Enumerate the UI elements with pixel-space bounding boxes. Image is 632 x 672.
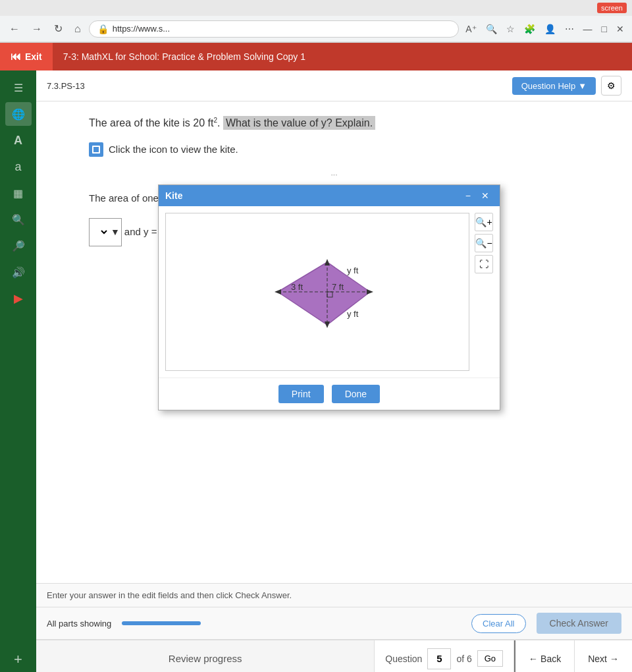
controls-bar: All parts showing Clear All Check Answer	[36, 607, 632, 640]
modal-footer: Print Done	[159, 378, 500, 410]
sidebar-text-upper-button[interactable]: A	[5, 128, 32, 152]
app-bar: ⏮ Exit 7-3: MathXL for School: Practice …	[0, 43, 632, 70]
screen-indicator: screen	[597, 3, 627, 13]
view-kite-row: Click the icon to view the kite.	[89, 142, 579, 157]
print-button[interactable]: Print	[278, 385, 324, 403]
back-label: Back	[540, 654, 561, 664]
label-y-bottom: y ft	[347, 309, 359, 319]
question-header: 7.3.PS-13 Question Help ▼ ⚙	[36, 70, 632, 101]
hint-bar: Enter your answer in the edit fields and…	[36, 584, 632, 607]
zoom-controls: 🔍+ 🔍− ⛶	[475, 213, 493, 371]
svg-marker-8	[275, 289, 281, 294]
zoom-button[interactable]: 🔍	[483, 21, 500, 37]
review-progress-tab[interactable]: Review progress	[36, 640, 375, 672]
back-arrow-icon: ←	[529, 654, 538, 664]
modal-body: y ft 3 ft 7 ft y ft 🔍+ 🔍− ⛶	[159, 206, 500, 378]
sidebar-volume-button[interactable]: 🔊	[5, 260, 32, 284]
header-controls: Question Help ▼ ⚙	[512, 76, 621, 96]
close-button[interactable]: ✕	[614, 21, 627, 37]
maximize-button[interactable]: □	[599, 21, 610, 37]
question-help-button[interactable]: Question Help ▼	[512, 77, 596, 95]
question-label: Question	[385, 654, 422, 664]
review-progress-label: Review progress	[169, 653, 242, 664]
sidebar-add-button[interactable]: +	[5, 648, 32, 671]
address-bar[interactable]: 🔒 https://www.s...	[89, 20, 460, 38]
label-7ft: 7 ft	[332, 282, 344, 292]
label-y-top: y ft	[347, 266, 359, 275]
label-3ft: 3 ft	[291, 282, 303, 292]
check-answer-button[interactable]: Check Answer	[537, 613, 621, 634]
sidebar-text-lower-button[interactable]: a	[5, 155, 32, 179]
bottom-bar: Enter your answer in the edit fields and…	[36, 583, 632, 672]
reader-view-button[interactable]: A⁺	[463, 21, 479, 37]
question-text-before: The area of the kite is 20 ft	[89, 117, 213, 128]
view-kite-text: Click the icon to view the kite.	[109, 144, 238, 155]
browser-titlebar: screen	[0, 0, 632, 16]
modal-titlebar: Kite − ✕	[159, 185, 500, 206]
home-button[interactable]: ⌂	[70, 20, 85, 38]
parts-showing-label: All parts showing	[47, 619, 111, 629]
question-text: The area of the kite is 20 ft2. What is …	[89, 115, 579, 132]
kite-small-icon	[92, 145, 101, 154]
favorites-button[interactable]: ☆	[504, 21, 517, 37]
minimize-button[interactable]: —	[581, 21, 595, 37]
exit-icon: ⏮	[11, 51, 21, 63]
forward-nav-button[interactable]: →	[28, 20, 46, 38]
sidebar: ☰ 🌐 A a ▦ 🔍 🔎 🔊 ▶ +	[0, 70, 36, 672]
profile-button[interactable]: 👤	[542, 21, 558, 37]
form-text-1: The area of one	[89, 186, 159, 211]
sidebar-search-large-button[interactable]: 🔎	[5, 234, 32, 258]
hint-text: Enter your answer in the edit fields and…	[47, 590, 292, 600]
kite-modal: Kite − ✕	[158, 184, 500, 410]
sidebar-play-button[interactable]: ▶	[5, 287, 32, 310]
dropdown-arrow-icon: ▼	[578, 81, 587, 91]
clear-all-button[interactable]: Clear All	[471, 614, 525, 633]
sidebar-grid-button[interactable]: ▦	[5, 181, 32, 205]
kite-diagram: y ft 3 ft 7 ft y ft	[225, 226, 409, 358]
next-label: Next	[588, 654, 607, 664]
question-nav: Question of 6 Go	[375, 640, 514, 672]
divider: ···	[89, 170, 579, 179]
modal-close-button[interactable]: ✕	[477, 189, 493, 202]
exit-label: Exit	[25, 51, 42, 62]
zoom-out-button[interactable]: 🔍−	[475, 234, 493, 252]
question-id: 7.3.PS-13	[47, 81, 85, 91]
svg-rect-1	[93, 147, 99, 152]
modal-minimize-button[interactable]: −	[461, 189, 475, 202]
modal-title: Kite	[165, 190, 182, 201]
svg-marker-9	[367, 289, 373, 294]
view-kite-button[interactable]	[89, 142, 103, 157]
zoom-in-button[interactable]: 🔍+	[475, 213, 493, 231]
app-title: 7-3: MathXL for School: Practice & Probl…	[53, 51, 316, 62]
back-button[interactable]: ← Back	[514, 640, 575, 672]
kite-canvas: y ft 3 ft 7 ft y ft	[165, 213, 469, 371]
svg-marker-7	[325, 322, 330, 328]
refresh-button[interactable]: ↻	[50, 20, 66, 38]
question-number-input[interactable]	[427, 648, 451, 669]
url-text: https://www.s...	[113, 24, 170, 34]
question-superscript: 2	[213, 117, 217, 124]
question-highlighted: What is the value of y? Explain.	[223, 116, 375, 130]
sidebar-menu-button[interactable]: ☰	[5, 76, 32, 99]
question-help-label: Question Help	[521, 81, 575, 91]
settings-button[interactable]: ⚙	[601, 76, 621, 96]
nav-bar: Review progress Question of 6 Go ← Back …	[36, 640, 632, 672]
dropdown-4-arrow: ▼	[111, 221, 120, 244]
form-dropdown-4[interactable]: ▼	[89, 218, 122, 246]
progress-track	[122, 621, 201, 625]
go-button[interactable]: Go	[477, 650, 503, 667]
fullscreen-button[interactable]: ⛶	[475, 255, 493, 273]
done-button[interactable]: Done	[332, 385, 380, 403]
more-options-button[interactable]: ⋯	[562, 21, 577, 37]
exit-button[interactable]: ⏮ Exit	[0, 43, 53, 70]
modal-controls: − ✕	[461, 189, 493, 202]
back-nav-button[interactable]: ←	[5, 20, 24, 38]
of-label: of 6	[456, 654, 471, 664]
sidebar-globe-button[interactable]: 🌐	[5, 102, 32, 126]
sidebar-search-small-button[interactable]: 🔍	[5, 208, 32, 231]
form-dropdown-4-select[interactable]	[91, 225, 109, 239]
extensions-button[interactable]: 🧩	[521, 21, 538, 37]
svg-marker-6	[325, 259, 330, 266]
next-button[interactable]: Next →	[575, 640, 632, 672]
form-text-8: and y =	[124, 219, 157, 244]
